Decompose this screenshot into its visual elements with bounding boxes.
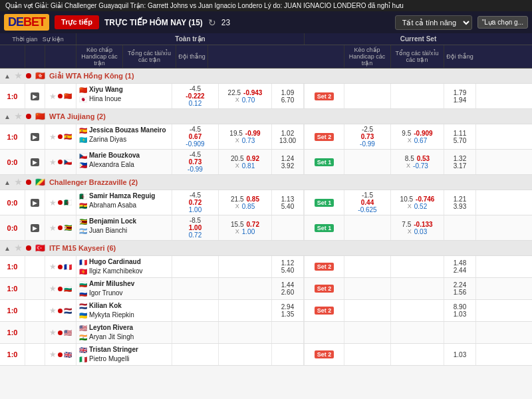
doi-bot[interactable]: 13.00 bbox=[279, 137, 296, 144]
doi-top[interactable]: 1.13 bbox=[281, 196, 294, 203]
doi-top[interactable]: 1.09 bbox=[281, 89, 294, 96]
tong-top[interactable]: -0.943 bbox=[243, 89, 262, 96]
cs-tong-bot[interactable]: -0.73 bbox=[413, 162, 428, 170]
team1-name-1-0: Jessica Bouzas Maneiro bbox=[89, 126, 166, 135]
cs-doi-bot[interactable]: 2.44 bbox=[454, 267, 466, 274]
match-star-icon-0-0[interactable]: ★ bbox=[49, 92, 57, 101]
cs-tong-bot[interactable]: 0.67 bbox=[414, 137, 427, 144]
tong-bot[interactable]: 0.70 bbox=[242, 96, 255, 104]
match-star-icon-3-0[interactable]: ★ bbox=[49, 262, 57, 271]
league-collapse-arrow-2[interactable]: ▲ bbox=[4, 179, 11, 186]
match-star-icon-2-0[interactable]: ★ bbox=[49, 198, 57, 207]
match-star-icon-3-2[interactable]: ★ bbox=[49, 306, 57, 315]
tong-bot[interactable]: 0.81 bbox=[242, 162, 255, 170]
cs-doi-bot[interactable]: 1.03 bbox=[454, 311, 466, 318]
cs-tong-top[interactable]: -0.746 bbox=[416, 196, 434, 203]
league-star-1[interactable]: ★ bbox=[15, 112, 22, 121]
play-button-1-0[interactable]: ▶ bbox=[31, 133, 39, 141]
filter-select[interactable]: Tất cả tính năng bbox=[395, 15, 472, 30]
keo-bot[interactable]: -0.909 bbox=[186, 140, 204, 148]
league-flag-3: 🇹🇷 bbox=[35, 243, 45, 253]
play-button-1-1[interactable]: ▶ bbox=[31, 158, 39, 166]
cs-tong-top[interactable]: 0.53 bbox=[417, 155, 430, 162]
cs-doi-top[interactable]: 1.79 bbox=[454, 89, 466, 96]
cs-tong-bot[interactable]: 0.52 bbox=[414, 203, 427, 210]
league-star-3[interactable]: ★ bbox=[15, 243, 22, 253]
match-star-icon-3-4[interactable]: ★ bbox=[49, 350, 57, 359]
doi-bot[interactable]: 2.60 bbox=[281, 289, 294, 296]
tong-top[interactable]: 0.72 bbox=[247, 221, 259, 228]
tong-top[interactable]: -0.99 bbox=[245, 130, 261, 137]
doi-bot[interactable]: 5.40 bbox=[281, 203, 294, 210]
keo-top[interactable]: -0.222 bbox=[186, 92, 204, 100]
set-badge-3-4: Set 2 bbox=[315, 350, 334, 358]
keo-top[interactable]: 0.67 bbox=[189, 133, 201, 140]
match-star-icon-3-1[interactable]: ★ bbox=[49, 284, 57, 293]
live-tab[interactable]: Trực tiếp bbox=[55, 15, 99, 29]
keo-bot[interactable]: 0.12 bbox=[189, 100, 201, 107]
keo-bot[interactable]: -0.99 bbox=[188, 166, 203, 173]
keo-bot[interactable]: 0.72 bbox=[189, 231, 201, 239]
team1-name-3-4: Tristan Stringer bbox=[89, 345, 138, 354]
keo-bot[interactable]: 1.00 bbox=[189, 206, 201, 213]
cs-doi-top[interactable]: 8.90 bbox=[454, 303, 466, 311]
cs-tong-bot[interactable]: 0.03 bbox=[414, 228, 427, 235]
league-star-2[interactable]: ★ bbox=[15, 178, 22, 187]
doi-cell-0-0: 1.09 6.70 bbox=[272, 84, 304, 108]
cs-doi-bot[interactable]: 3.17 bbox=[454, 162, 466, 170]
cs-keo-bot[interactable]: -0.99 bbox=[360, 140, 375, 148]
doi-bot[interactable]: 1.35 bbox=[281, 311, 294, 318]
keo-top[interactable]: 0.72 bbox=[189, 199, 201, 206]
doi-top[interactable]: 2.94 bbox=[281, 303, 294, 311]
match-live-dot-0-0 bbox=[58, 94, 63, 98]
tong-bot[interactable]: 1.00 bbox=[242, 228, 255, 235]
cs-doi-top[interactable]: 1.11 bbox=[454, 130, 466, 137]
keo-top[interactable]: 0.73 bbox=[189, 158, 201, 166]
cs-doi-bot[interactable]: 5.70 bbox=[454, 137, 466, 144]
cs-keo-top[interactable]: 0.44 bbox=[361, 199, 374, 206]
match-star-icon-3-3[interactable]: ★ bbox=[49, 328, 57, 337]
doi-top[interactable]: 1.12 bbox=[281, 259, 294, 267]
doi-bot[interactable]: 5.40 bbox=[281, 267, 294, 274]
league-collapse-arrow-1[interactable]: ▲ bbox=[4, 113, 11, 120]
teams-section-3-2: 🇳🇱 Kilian Kok 🇺🇦 Mykyta Riepkin 2.94 1.3… bbox=[76, 300, 305, 321]
league-collapse-arrow-3[interactable]: ▲ bbox=[4, 245, 11, 252]
play-button-2-1[interactable]: ▶ bbox=[31, 224, 39, 232]
cs-keo-bot[interactable]: -0.625 bbox=[358, 206, 376, 213]
league-star-0[interactable]: ★ bbox=[15, 71, 22, 80]
doi-top[interactable]: 1.24 bbox=[281, 155, 294, 162]
team2-name-2-1: Juan Bianchi bbox=[89, 226, 127, 235]
cs-doi-bot[interactable]: 1.94 bbox=[454, 96, 466, 104]
cs-doi-bot[interactable]: 3.93 bbox=[454, 203, 466, 210]
match-star-icon-2-1[interactable]: ★ bbox=[49, 223, 57, 233]
team2-flag: 🇷🇺 bbox=[79, 290, 87, 297]
cs-tong-top[interactable]: -0.133 bbox=[414, 221, 432, 228]
doi-top[interactable]: 1.44 bbox=[281, 281, 294, 289]
tong-bot[interactable]: 0.85 bbox=[242, 203, 255, 210]
tong-bot[interactable]: 0.73 bbox=[242, 137, 255, 144]
cs-doi-top[interactable]: 2.24 bbox=[454, 281, 466, 289]
cs-doi-bot[interactable]: 1.56 bbox=[454, 289, 466, 296]
tong-top[interactable]: 0.85 bbox=[247, 196, 259, 203]
doi-top[interactable]: 1.02 bbox=[281, 130, 294, 137]
team1-flag: 🇪🇸 bbox=[79, 127, 87, 134]
set-label-3-0: Set 2 bbox=[305, 256, 344, 277]
tong-top[interactable]: 0.92 bbox=[247, 155, 259, 162]
chon-button[interactable]: "Lựa chọn g... bbox=[477, 16, 528, 29]
cs-tong-top[interactable]: -0.909 bbox=[414, 130, 432, 137]
cs-doi-top[interactable]: 1.21 bbox=[454, 196, 466, 203]
cs-doi-top[interactable]: 1.32 bbox=[454, 155, 466, 162]
doi-bot[interactable]: 3.92 bbox=[281, 162, 294, 170]
keo-top[interactable]: 1.00 bbox=[189, 224, 201, 231]
doi-bot[interactable]: 6.70 bbox=[281, 96, 294, 104]
match-star-icon-1-0[interactable]: ★ bbox=[49, 132, 57, 142]
refresh-icon[interactable]: ↻ bbox=[208, 17, 216, 28]
match-star-icon-1-1[interactable]: ★ bbox=[49, 158, 57, 167]
match-sk-3-4 bbox=[25, 344, 45, 365]
cs-doi-top[interactable]: 1.03 bbox=[454, 351, 466, 358]
play-button-0-0[interactable]: ▶ bbox=[31, 92, 39, 100]
play-button-2-0[interactable]: ▶ bbox=[31, 199, 39, 207]
cs-keo-top[interactable]: 0.73 bbox=[361, 133, 374, 140]
cs-doi-top[interactable]: 1.48 bbox=[454, 259, 466, 267]
league-collapse-arrow-0[interactable]: ▲ bbox=[4, 72, 11, 80]
